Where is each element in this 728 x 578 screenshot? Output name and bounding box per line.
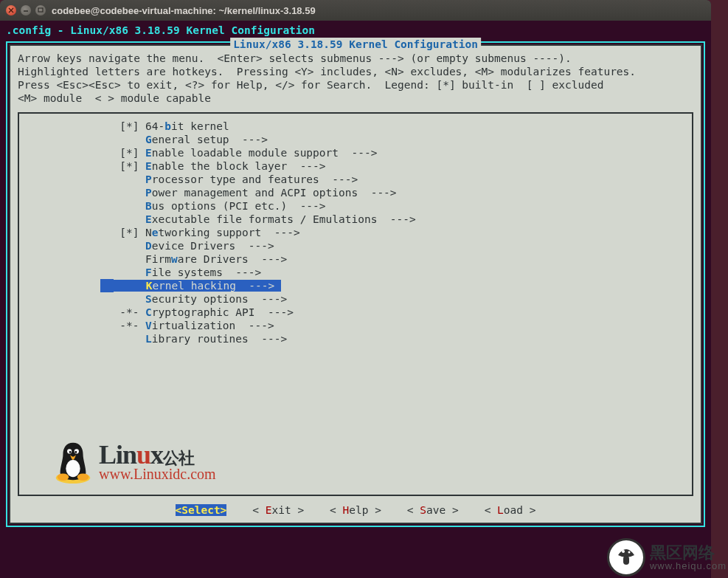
button-bar[interactable]: <Select> < Exit > < Help > < Save > < Lo… [10,496,701,517]
help-text: Arrow keys navigate the menu. <Enter> se… [10,46,701,109]
menu-item[interactable]: Firmware Drivers ---> [100,252,611,266]
menu-list[interactable]: [*] 64-bit kernel General setup ---> [*]… [19,118,692,347]
watermark-url: www.Linuxidc.com [99,467,216,481]
menu-item[interactable]: Library routines ---> [100,332,611,345]
menu-item[interactable]: Security options ---> [100,292,611,306]
watermark: Linux公社 www.Linuxidc.com [52,438,216,484]
button-elp[interactable]: < Help > [330,504,381,516]
menu-item[interactable]: [*] Enable the block layer ---> [100,159,611,173]
corner-url: www.heiqu.com [650,561,727,571]
svg-point-3 [67,449,72,453]
mushroom-icon [607,538,645,577]
outer-border: Linux/x86 3.18.59 Kernel Configuration A… [6,41,705,527]
menu-item[interactable]: File systems ---> [100,266,611,279]
corner-title: 黑区网络 [650,545,727,561]
maximize-icon[interactable] [35,5,46,16]
button-oad[interactable]: < Load > [485,504,536,516]
svg-point-10 [628,551,630,554]
menu-item[interactable]: -*- Cryptographic API ---> [100,306,611,319]
menu-item[interactable]: [*] Enable loadable module support ---> [100,146,611,159]
menu-item[interactable]: Power management and ACPI options ---> [100,186,611,199]
terminal-body: .config - Linux/x86 3.18.59 Kernel Confi… [0,21,711,533]
svg-rect-11 [623,556,629,565]
svg-point-8 [77,473,89,481]
window-buttons [6,5,46,16]
button-elect[interactable]: <Select> [176,504,227,516]
svg-point-2 [66,460,80,477]
menu-item[interactable]: General setup ---> [100,133,611,146]
menu-item[interactable]: Bus options (PCI etc.) ---> [100,199,611,213]
menu-item[interactable]: -*- Virtualization ---> [100,319,611,332]
svg-point-4 [74,449,79,453]
svg-rect-0 [38,8,43,12]
tux-icon [52,438,94,484]
svg-point-6 [75,451,77,453]
button-ave[interactable]: < Save > [407,504,459,516]
menu-item[interactable]: Processor type and features ---> [100,173,611,186]
menu-item[interactable]: [*] 64-bit kernel [100,120,611,133]
titlebar: codebee@codebee-virtual-machine: ~/kerne… [0,0,711,21]
svg-point-7 [58,473,69,481]
svg-point-5 [69,451,72,453]
corner-watermark: 黑区网络 www.heiqu.com [607,538,727,577]
close-icon[interactable] [6,5,16,16]
menu-box: [*] 64-bit kernel General setup ---> [*]… [18,112,693,496]
menu-item[interactable]: Kernel hacking ---> [100,279,611,292]
terminal-window: codebee@codebee-virtual-machine: ~/kerne… [0,0,711,578]
watermark-title: Linux公社 [99,441,216,468]
window-title: codebee@codebee-virtual-machine: ~/kerne… [52,5,316,16]
svg-point-9 [622,550,625,553]
minimize-icon[interactable] [21,5,31,16]
frame-title: Linux/x86 3.18.59 Kernel Configuration [230,38,481,51]
button-xit[interactable]: < Exit > [252,504,304,516]
menu-item[interactable]: Executable file formats / Emulations ---… [100,213,611,226]
menu-item[interactable]: [*] Networking support ---> [100,226,611,239]
config-status-line: .config - Linux/x86 3.18.59 Kernel Confi… [6,24,705,37]
menuconfig-frame: Linux/x86 3.18.59 Kernel Configuration A… [9,44,702,524]
menu-item[interactable]: Device Drivers ---> [100,239,611,252]
